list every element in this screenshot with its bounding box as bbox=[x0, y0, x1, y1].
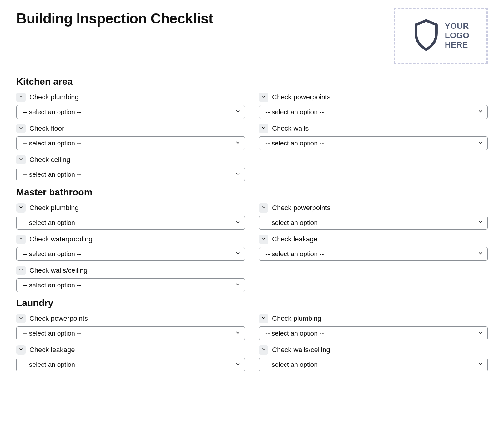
section-title: Kitchen area bbox=[16, 76, 488, 87]
chevron-down-icon bbox=[18, 205, 23, 211]
field-label: Check walls/ceiling bbox=[29, 266, 88, 275]
select-input[interactable]: -- select an option -- bbox=[16, 105, 245, 119]
field-label: Check plumbing bbox=[29, 204, 79, 212]
chevron-down-icon bbox=[18, 125, 23, 132]
select-box: -- select an option -- bbox=[16, 216, 245, 230]
chevron-down-icon bbox=[261, 347, 266, 353]
field-label-row: Check powerpoints bbox=[16, 314, 245, 323]
chevron-down-icon bbox=[18, 315, 23, 322]
chevron-down-icon bbox=[18, 267, 23, 274]
select-input[interactable]: -- select an option -- bbox=[16, 278, 245, 292]
field-label: Check powerpoints bbox=[29, 315, 88, 323]
collapse-toggle[interactable] bbox=[259, 235, 268, 244]
chevron-down-icon bbox=[18, 347, 23, 353]
logo-placeholder: YOUR LOGO HERE bbox=[394, 8, 488, 64]
collapse-toggle[interactable] bbox=[259, 124, 268, 133]
select-box: -- select an option -- bbox=[16, 326, 245, 340]
field-label-row: Check ceiling bbox=[16, 155, 245, 164]
select-input[interactable]: -- select an option -- bbox=[16, 358, 245, 371]
select-input[interactable]: -- select an option -- bbox=[259, 105, 488, 119]
divider bbox=[0, 377, 504, 377]
field-block: Check powerpoints-- select an option -- bbox=[259, 203, 488, 230]
field-block: Check plumbing-- select an option -- bbox=[16, 93, 245, 119]
field-label-row: Check leakage bbox=[259, 235, 488, 244]
select-input[interactable]: -- select an option -- bbox=[259, 358, 488, 371]
select-input[interactable]: -- select an option -- bbox=[16, 168, 245, 181]
select-box: -- select an option -- bbox=[16, 247, 245, 261]
select-input[interactable]: -- select an option -- bbox=[259, 216, 488, 230]
select-input[interactable]: -- select an option -- bbox=[259, 136, 488, 150]
form-sections: Kitchen areaCheck plumbing-- select an o… bbox=[16, 76, 488, 374]
select-box: -- select an option -- bbox=[16, 358, 245, 371]
field-label: Check plumbing bbox=[272, 315, 321, 323]
collapse-toggle[interactable] bbox=[16, 345, 26, 355]
page-header: Building Inspection Checklist YOUR LOGO … bbox=[16, 4, 488, 64]
field-label: Check waterproofing bbox=[29, 235, 93, 243]
chevron-down-icon bbox=[261, 315, 266, 322]
field-label: Check ceiling bbox=[29, 156, 70, 164]
collapse-toggle[interactable] bbox=[16, 235, 26, 244]
field-label: Check powerpoints bbox=[272, 93, 330, 101]
select-input[interactable]: -- select an option -- bbox=[16, 216, 245, 230]
field-block: Check plumbing-- select an option -- bbox=[16, 203, 245, 230]
chevron-down-icon bbox=[261, 125, 266, 132]
logo-text-line: LOGO bbox=[445, 31, 470, 40]
collapse-toggle[interactable] bbox=[16, 266, 26, 275]
select-input[interactable]: -- select an option -- bbox=[259, 247, 488, 261]
field-label: Check walls bbox=[272, 124, 309, 133]
section-grid: Check plumbing-- select an option --Chec… bbox=[16, 93, 488, 184]
select-input[interactable]: -- select an option -- bbox=[16, 247, 245, 261]
field-label-row: Check plumbing bbox=[16, 93, 245, 102]
collapse-toggle[interactable] bbox=[259, 345, 268, 355]
field-label-row: Check plumbing bbox=[259, 314, 488, 323]
collapse-toggle[interactable] bbox=[259, 93, 268, 102]
section-title: Master bathroom bbox=[16, 187, 488, 198]
select-box: -- select an option -- bbox=[16, 168, 245, 181]
field-block: Check powerpoints-- select an option -- bbox=[16, 314, 245, 340]
page: Building Inspection Checklist YOUR LOGO … bbox=[0, 0, 504, 377]
logo-text-line: HERE bbox=[445, 40, 470, 50]
page-title: Building Inspection Checklist bbox=[16, 10, 213, 27]
collapse-toggle[interactable] bbox=[16, 124, 26, 133]
chevron-down-icon bbox=[261, 94, 266, 100]
chevron-down-icon bbox=[261, 236, 266, 242]
select-box: -- select an option -- bbox=[259, 136, 488, 150]
field-label: Check powerpoints bbox=[272, 204, 330, 212]
section-title: Laundry bbox=[16, 298, 488, 308]
select-box: -- select an option -- bbox=[259, 326, 488, 340]
field-block: Check ceiling-- select an option -- bbox=[16, 155, 245, 181]
field-block: Check plumbing-- select an option -- bbox=[259, 314, 488, 340]
logo-text: YOUR LOGO HERE bbox=[445, 22, 470, 50]
select-box: -- select an option -- bbox=[259, 358, 488, 371]
field-block: Check walls-- select an option -- bbox=[259, 124, 488, 150]
field-label: Check leakage bbox=[272, 235, 318, 243]
collapse-toggle[interactable] bbox=[16, 93, 26, 102]
select-box: -- select an option -- bbox=[259, 105, 488, 119]
select-box: -- select an option -- bbox=[16, 278, 245, 292]
field-block: Check walls/ceiling-- select an option -… bbox=[16, 266, 245, 292]
select-input[interactable]: -- select an option -- bbox=[16, 326, 245, 340]
field-block: Check walls/ceiling-- select an option -… bbox=[259, 345, 488, 371]
select-input[interactable]: -- select an option -- bbox=[16, 136, 245, 150]
chevron-down-icon bbox=[18, 94, 23, 100]
field-label-row: Check walls/ceiling bbox=[259, 345, 488, 355]
select-box: -- select an option -- bbox=[259, 247, 488, 261]
field-label-row: Check powerpoints bbox=[259, 203, 488, 213]
field-label: Check walls/ceiling bbox=[272, 346, 330, 354]
collapse-toggle[interactable] bbox=[259, 314, 268, 323]
select-box: -- select an option -- bbox=[259, 216, 488, 230]
field-block: Check powerpoints-- select an option -- bbox=[259, 93, 488, 119]
collapse-toggle[interactable] bbox=[259, 203, 268, 213]
select-box: -- select an option -- bbox=[16, 136, 245, 150]
field-label-row: Check plumbing bbox=[16, 203, 245, 213]
collapse-toggle[interactable] bbox=[16, 155, 26, 164]
field-label-row: Check floor bbox=[16, 124, 245, 133]
field-label: Check plumbing bbox=[29, 93, 79, 101]
field-label-row: Check walls/ceiling bbox=[16, 266, 245, 275]
collapse-toggle[interactable] bbox=[16, 203, 26, 213]
select-box: -- select an option -- bbox=[16, 105, 245, 119]
collapse-toggle[interactable] bbox=[16, 314, 26, 323]
select-input[interactable]: -- select an option -- bbox=[259, 326, 488, 340]
field-block: Check leakage-- select an option -- bbox=[259, 235, 488, 261]
chevron-down-icon bbox=[18, 157, 23, 163]
